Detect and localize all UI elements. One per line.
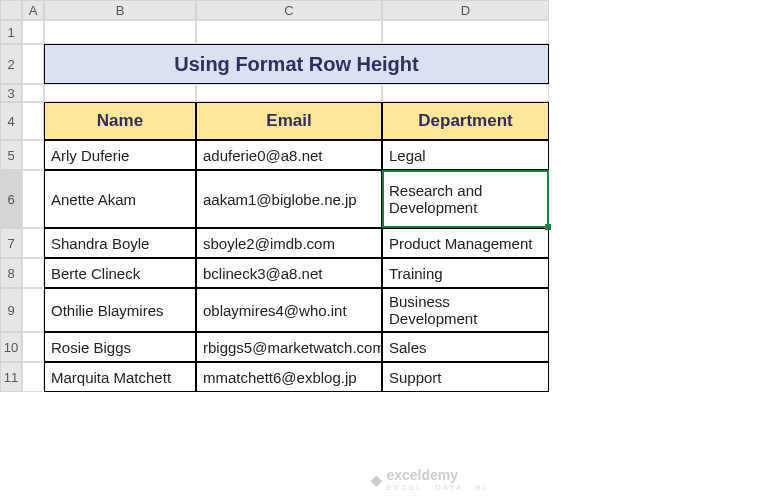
cell-a1[interactable]	[22, 20, 44, 44]
cell-a10[interactable]	[22, 332, 44, 362]
active-cell[interactable]: Research and Development	[382, 170, 549, 228]
row-header-7[interactable]: 7	[0, 228, 22, 258]
cell-d1[interactable]	[382, 20, 549, 44]
cell-c1[interactable]	[196, 20, 382, 44]
cell-c3[interactable]	[196, 84, 382, 102]
col-header-d[interactable]: D	[382, 0, 549, 20]
row-header-10[interactable]: 10	[0, 332, 22, 362]
watermark-tag: EXCEL · DATA · BI	[386, 483, 487, 492]
row-header-9[interactable]: 9	[0, 288, 22, 332]
table-row[interactable]: Training	[382, 258, 549, 288]
cell-b3[interactable]	[44, 84, 196, 102]
select-all-corner[interactable]	[0, 0, 22, 20]
watermark-brand: exceldemy	[386, 467, 487, 483]
cell-a7[interactable]	[22, 228, 44, 258]
row-header-1[interactable]: 1	[0, 20, 22, 44]
row-header-4[interactable]: 4	[0, 102, 22, 140]
cell-a8[interactable]	[22, 258, 44, 288]
cell-d3[interactable]	[382, 84, 549, 102]
table-row[interactable]: Rosie Biggs	[44, 332, 196, 362]
table-row[interactable]: Othilie Blaymires	[44, 288, 196, 332]
table-row[interactable]: Berte Clineck	[44, 258, 196, 288]
row-header-5[interactable]: 5	[0, 140, 22, 170]
table-row[interactable]: rbiggs5@marketwatch.com	[196, 332, 382, 362]
row-header-3[interactable]: 3	[0, 84, 22, 102]
table-row[interactable]: Business Development	[382, 288, 549, 332]
col-header-a[interactable]: A	[22, 0, 44, 20]
page-title[interactable]: Using Format Row Height	[44, 44, 549, 84]
table-header-dept[interactable]: Department	[382, 102, 549, 140]
table-row[interactable]: Legal	[382, 140, 549, 170]
watermark-icon: ◆	[371, 472, 382, 488]
cell-a6[interactable]	[22, 170, 44, 228]
table-row[interactable]: bclineck3@a8.net	[196, 258, 382, 288]
table-row[interactable]: sboyle2@imdb.com	[196, 228, 382, 258]
table-row[interactable]: Shandra Boyle	[44, 228, 196, 258]
table-header-name[interactable]: Name	[44, 102, 196, 140]
table-row[interactable]: Anette Akam	[44, 170, 196, 228]
row-header-2[interactable]: 2	[0, 44, 22, 84]
table-row[interactable]: Product Management	[382, 228, 549, 258]
table-row[interactable]: Sales	[382, 332, 549, 362]
table-row[interactable]: Marquita Matchett	[44, 362, 196, 392]
table-row[interactable]: oblaymires4@who.int	[196, 288, 382, 332]
row-header-8[interactable]: 8	[0, 258, 22, 288]
cell-b1[interactable]	[44, 20, 196, 44]
cell-a5[interactable]	[22, 140, 44, 170]
table-row[interactable]: Arly Duferie	[44, 140, 196, 170]
table-row[interactable]: aduferie0@a8.net	[196, 140, 382, 170]
table-row[interactable]: mmatchett6@exblog.jp	[196, 362, 382, 392]
row-header-11[interactable]: 11	[0, 362, 22, 392]
table-row[interactable]: aakam1@biglobe.ne.jp	[196, 170, 382, 228]
col-header-c[interactable]: C	[196, 0, 382, 20]
row-header-6[interactable]: 6	[0, 170, 22, 228]
table-row[interactable]: Support	[382, 362, 549, 392]
cell-a9[interactable]	[22, 288, 44, 332]
fill-handle[interactable]	[545, 224, 551, 230]
cell-value: Research and Development	[389, 182, 542, 216]
watermark: ◆ exceldemy EXCEL · DATA · BI	[371, 467, 487, 492]
cell-a11[interactable]	[22, 362, 44, 392]
cell-a4[interactable]	[22, 102, 44, 140]
cell-a2[interactable]	[22, 44, 44, 84]
table-header-email[interactable]: Email	[196, 102, 382, 140]
spreadsheet-grid: A B C D 1 2 Using Format Row Height 3 4 …	[0, 0, 767, 392]
cell-a3[interactable]	[22, 84, 44, 102]
col-header-b[interactable]: B	[44, 0, 196, 20]
